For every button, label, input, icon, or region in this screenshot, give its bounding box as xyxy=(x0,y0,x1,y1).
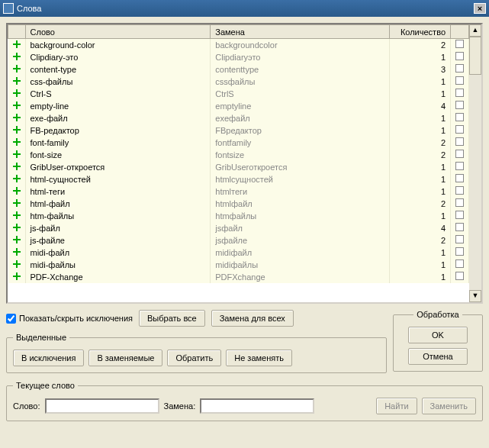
row-checkbox[interactable] xyxy=(455,272,464,280)
word-cell: html-теги xyxy=(25,185,211,198)
col-replacement[interactable]: Замена xyxy=(211,25,390,39)
word-cell: html-сущностей xyxy=(25,173,211,185)
row-checkbox[interactable] xyxy=(455,137,464,146)
row-checkbox[interactable] xyxy=(455,89,464,97)
table-row[interactable]: html-сущностейhtmlсущностей1 xyxy=(8,173,469,185)
do-not-replace-button[interactable]: Не заменять xyxy=(226,350,292,366)
table-row[interactable]: exe-файлexeфайл1 xyxy=(8,112,469,124)
cancel-button[interactable]: Отмена xyxy=(408,348,468,365)
row-checkbox[interactable] xyxy=(455,101,464,109)
word-cell: htm-файлы xyxy=(25,210,211,222)
row-checkbox[interactable] xyxy=(455,211,464,219)
plus-icon xyxy=(13,175,21,182)
count-cell: 2 xyxy=(390,137,451,149)
ok-button[interactable]: OK xyxy=(408,327,468,343)
replacement-input[interactable] xyxy=(200,398,314,414)
col-count[interactable]: Количество xyxy=(390,25,451,39)
row-checkbox[interactable] xyxy=(455,64,464,73)
replace-button[interactable]: Заменить xyxy=(422,398,476,414)
word-cell: GribUser-откроется xyxy=(25,161,211,173)
replacement-cell: FBредактор xyxy=(211,124,390,137)
count-cell: 1 xyxy=(390,161,451,173)
invert-button[interactable]: Обратить xyxy=(167,350,221,366)
to-replaceable-button[interactable]: В заменяемые xyxy=(88,350,162,366)
table-row[interactable]: FB-редакторFBредактор1 xyxy=(8,124,469,137)
table-row[interactable]: font-familyfontfamily2 xyxy=(8,137,469,149)
row-checkbox[interactable] xyxy=(455,76,464,85)
window-title: Слова xyxy=(17,4,41,13)
scroll-up-button[interactable]: ▲ xyxy=(469,24,481,37)
word-cell: css-файлы xyxy=(25,76,211,88)
count-cell: 1 xyxy=(390,112,451,124)
vertical-scrollbar[interactable]: ▲ ▼ xyxy=(469,24,481,302)
find-button[interactable]: Найти xyxy=(376,398,417,414)
count-cell: 1 xyxy=(390,259,451,271)
row-checkbox[interactable] xyxy=(455,223,464,231)
word-cell: midi-файлы xyxy=(25,259,211,271)
replacement-cell: Clipdiaryэто xyxy=(211,51,390,63)
table-row[interactable]: PDF-XchangePDFXchange1 xyxy=(8,271,469,283)
table-row[interactable]: background-colorbackgroundcolor2 xyxy=(8,39,469,51)
col-word[interactable]: Слово xyxy=(25,25,211,39)
table-row[interactable]: font-sizefontsize2 xyxy=(8,149,469,161)
table-row[interactable]: htm-файлыhtmфайлы1 xyxy=(8,210,469,222)
row-checkbox[interactable] xyxy=(455,150,464,158)
replacement-cell: htmlфайл xyxy=(211,198,390,210)
show-hide-exclusions-checkbox[interactable]: Показать/скрыть исключения xyxy=(6,314,133,324)
row-checkbox[interactable] xyxy=(455,162,464,170)
table-row[interactable]: css-файлыcssфайлы1 xyxy=(8,76,469,88)
selected-group: Выделенные В исключения В заменяемые Обр… xyxy=(6,333,387,373)
plus-icon xyxy=(13,65,21,73)
col-icon[interactable] xyxy=(8,25,26,39)
row-checkbox[interactable] xyxy=(455,247,464,256)
word-input[interactable] xyxy=(45,398,159,414)
select-all-button[interactable]: Выбрать все xyxy=(139,310,205,327)
row-checkbox[interactable] xyxy=(455,40,464,48)
count-cell: 1 xyxy=(390,88,451,100)
replacement-cell: htmlсущностей xyxy=(211,173,390,185)
plus-icon xyxy=(13,260,21,268)
table-row[interactable]: html-файлhtmlфайл2 xyxy=(8,198,469,210)
replace-all-button[interactable]: Замена для всех xyxy=(211,310,294,327)
table-row[interactable]: content-typecontenttype3 xyxy=(8,63,469,76)
plus-icon xyxy=(13,272,21,280)
titlebar: Слова × xyxy=(0,0,489,17)
scroll-down-button[interactable]: ▼ xyxy=(469,290,481,302)
replacement-cell: emptyline xyxy=(211,100,390,112)
table-row[interactable]: html-тегиhtmlтеги1 xyxy=(8,185,469,198)
replacement-cell: midiфайл xyxy=(211,247,390,259)
row-checkbox[interactable] xyxy=(455,186,464,195)
replacement-cell: exeфайл xyxy=(211,112,390,124)
replacement-cell: jsфайл xyxy=(211,222,390,234)
word-cell: html-файл xyxy=(25,198,211,210)
table-row[interactable]: empty-lineemptyline4 xyxy=(8,100,469,112)
processing-legend: Обработка xyxy=(413,310,462,319)
plus-icon xyxy=(13,163,21,170)
table-row[interactable]: Clipdiary-этоClipdiaryэто1 xyxy=(8,51,469,63)
plus-icon xyxy=(13,224,21,231)
to-exclusions-button[interactable]: В исключения xyxy=(13,350,84,366)
count-cell: 4 xyxy=(390,100,451,112)
table-row[interactable]: GribUser-откроетсяGribUserоткроется1 xyxy=(8,161,469,173)
table-row[interactable]: js-файлjsфайл4 xyxy=(8,222,469,234)
count-cell: 2 xyxy=(390,39,451,51)
replacement-cell: CtrlS xyxy=(211,88,390,100)
row-checkbox[interactable] xyxy=(455,235,464,243)
col-check[interactable] xyxy=(451,25,469,39)
row-checkbox[interactable] xyxy=(455,113,464,121)
current-word-legend: Текущее слово xyxy=(13,381,78,390)
replacement-cell: htmlтеги xyxy=(211,185,390,198)
row-checkbox[interactable] xyxy=(455,52,464,60)
table-row[interactable]: midi-файлыmidiфайлы1 xyxy=(8,259,469,271)
word-cell: js-файле xyxy=(25,234,211,247)
table-row[interactable]: midi-файлmidiфайл1 xyxy=(8,247,469,259)
row-checkbox[interactable] xyxy=(455,125,464,134)
scroll-thumb[interactable] xyxy=(469,37,481,75)
close-button[interactable]: × xyxy=(474,3,486,14)
replacement-cell: cssфайлы xyxy=(211,76,390,88)
row-checkbox[interactable] xyxy=(455,259,464,268)
row-checkbox[interactable] xyxy=(455,174,464,182)
table-row[interactable]: Ctrl-SCtrlS1 xyxy=(8,88,469,100)
row-checkbox[interactable] xyxy=(455,198,464,207)
table-row[interactable]: js-файлеjsфайле2 xyxy=(8,234,469,247)
